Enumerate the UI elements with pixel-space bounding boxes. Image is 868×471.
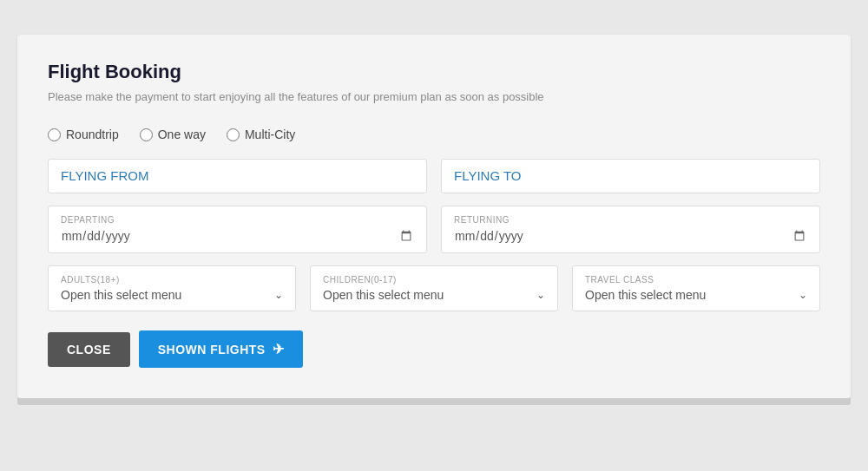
adults-select-box[interactable]: ADULTS(18+) Open this select menu ⌄ <box>48 265 296 311</box>
departing-label: DEPARTING <box>61 215 414 225</box>
flying-to-value: FLYING TO <box>454 168 522 183</box>
departing-input[interactable] <box>61 228 414 244</box>
children-select-value: Open this select menu <box>323 288 444 302</box>
flying-to-box[interactable]: FLYING TO <box>441 159 820 193</box>
flying-from-value: FLYING FROM <box>61 168 148 183</box>
radio-roundtrip[interactable]: Roundtrip <box>48 128 119 141</box>
passengers-row: ADULTS(18+) Open this select menu ⌄ CHIL… <box>48 265 820 311</box>
children-select-row: Open this select menu ⌄ <box>323 288 545 302</box>
close-button[interactable]: CLOSE <box>48 332 130 367</box>
children-label: CHILDREN(0-17) <box>323 275 545 285</box>
radio-oneway[interactable]: One way <box>140 128 206 141</box>
departing-box: DEPARTING <box>48 206 427 253</box>
travel-class-label: TRAVEL CLASS <box>585 275 807 285</box>
radio-multicity-input[interactable] <box>227 128 240 141</box>
adults-label: ADULTS(18+) <box>61 275 283 285</box>
origin-destination-row: FLYING FROM FLYING TO <box>48 159 820 193</box>
card-title: Flight Booking <box>48 61 820 83</box>
card-subtitle: Please make the payment to start enjoyin… <box>48 90 820 103</box>
travel-class-chevron-icon: ⌄ <box>799 289 807 301</box>
plane-icon: ✈ <box>273 341 285 357</box>
adults-chevron-icon: ⌄ <box>274 289 283 301</box>
page-wrapper: Flight Booking Please make the payment t… <box>17 17 851 471</box>
returning-box: RETURNING <box>441 206 820 253</box>
show-flights-button[interactable]: SHOWN FLIGHTS ✈ <box>139 330 303 368</box>
radio-roundtrip-label: Roundtrip <box>66 128 119 141</box>
flying-from-box[interactable]: FLYING FROM <box>48 159 427 193</box>
booking-card: Flight Booking Please make the payment t… <box>17 35 851 398</box>
departing-input-wrapper <box>61 228 414 244</box>
radio-multicity-label: Multi-City <box>245 128 295 141</box>
adults-select-value: Open this select menu <box>61 288 181 302</box>
trip-type-radio-group: Roundtrip One way Multi-City <box>48 128 820 141</box>
bottom-bar <box>17 398 851 405</box>
travel-class-select-row: Open this select menu ⌄ <box>585 288 807 302</box>
dates-row: DEPARTING RETURNING <box>48 206 820 253</box>
radio-roundtrip-input[interactable] <box>48 128 61 141</box>
travel-class-select-box[interactable]: TRAVEL CLASS Open this select menu ⌄ <box>572 265 820 311</box>
adults-select-row: Open this select menu ⌄ <box>61 288 283 302</box>
button-row: CLOSE SHOWN FLIGHTS ✈ <box>48 330 820 368</box>
children-chevron-icon: ⌄ <box>536 289 545 301</box>
returning-input-wrapper <box>454 228 807 244</box>
returning-input[interactable] <box>454 228 807 244</box>
radio-oneway-input[interactable] <box>140 128 153 141</box>
returning-label: RETURNING <box>454 215 807 225</box>
travel-class-select-value: Open this select menu <box>585 288 706 302</box>
children-select-box[interactable]: CHILDREN(0-17) Open this select menu ⌄ <box>310 265 558 311</box>
radio-multicity[interactable]: Multi-City <box>227 128 295 141</box>
radio-oneway-label: One way <box>158 128 206 141</box>
show-flights-label: SHOWN FLIGHTS <box>158 343 266 357</box>
